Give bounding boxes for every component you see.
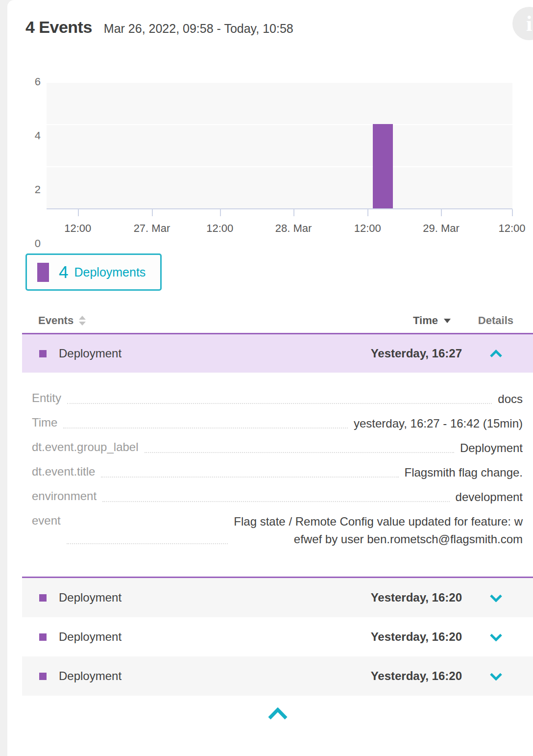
y-axis-tick: 6 [16,76,41,88]
table-row-deployment[interactable]: Deployment Yesterday, 16:20 [22,578,533,617]
x-axis-label: 12:00 [354,222,381,235]
detail-label: event [32,513,61,548]
timeframe-label: Mar 26, 2022, 09:58 - Today, 10:58 [104,22,293,36]
dotted-leader [67,543,228,544]
detail-row: environment development [32,488,523,506]
detail-value: Flag state / Remote Config value updated… [234,513,523,548]
detail-value: yesterday, 16:27 - 16:42 (15min) [354,415,523,432]
events-table: Events Time Details Deployment Yesterday… [7,308,533,722]
event-time-label: Yesterday, 16:20 [371,630,462,644]
deployment-event-icon [39,633,47,641]
detail-label: Entity [32,390,61,408]
table-footer [22,707,533,722]
y-axis-tick: 0 [16,237,41,250]
dotted-leader [101,477,398,478]
detail-value: docs [498,390,523,408]
table-row-deployment[interactable]: Deployment Yesterday, 16:20 [22,617,533,656]
legend-label: Deployments [74,265,145,279]
x-axis-label: 28. Mar [275,222,312,235]
x-axis-tick-mark [512,209,513,216]
x-axis-tick-mark [152,209,153,216]
x-axis-tick-mark [220,209,221,216]
detail-value: Deployment [460,439,523,457]
detail-row: event Flag state / Remote Config value u… [32,513,523,548]
detail-label: dt.event.title [32,464,95,481]
chart-plot-area [47,82,512,209]
collapse-panel-chevron-up-icon[interactable] [267,707,289,720]
panel-header: 4 Events Mar 26, 2022, 09:58 - Today, 10… [7,0,533,37]
x-axis-tick-mark [441,209,442,216]
detail-row: Time yesterday, 16:27 - 16:42 (15min) [32,415,523,432]
deployment-event-icon [39,673,47,680]
column-header-events[interactable]: Events [38,314,413,327]
detail-row: dt.event.title Flagsmith flag change. [32,464,523,481]
chevron-down-icon[interactable] [489,594,503,602]
legend-deployments-button[interactable]: 4 Deployments [25,253,162,291]
dotted-leader [63,428,347,428]
event-time-label: Yesterday, 16:27 [371,347,462,360]
x-axis-tick-mark [367,209,368,216]
detail-label: environment [32,488,97,506]
detail-value: Flagsmith flag change. [405,464,523,481]
dotted-leader [102,501,449,502]
events-column-label: Events [38,314,73,327]
gridline [47,124,512,125]
detail-label: dt.event.group_label [32,439,139,457]
x-axis-label: 12:00 [64,222,91,235]
event-time-label: Yesterday, 16:20 [371,669,462,683]
time-column-label: Time [413,314,438,327]
column-header-time[interactable]: Time [413,314,451,327]
table-rows: Deployment Yesterday, 16:27 Entity docs … [22,333,533,722]
event-type-label: Deployment [59,630,371,644]
x-axis-tick-mark [293,209,294,216]
chevron-down-icon[interactable] [489,672,503,680]
legend-count: 4 [59,262,68,282]
expanded-event-block: Deployment Yesterday, 16:27 Entity docs … [22,333,533,578]
sort-desc-icon [444,319,451,323]
detail-label: Time [32,415,57,432]
gridline [47,166,512,167]
dotted-leader [67,403,492,404]
event-type-label: Deployment [59,669,371,683]
event-details-panel: Entity docs Time yesterday, 16:27 - 16:4… [22,373,533,577]
x-axis-label: 12:00 [206,222,233,235]
y-axis-tick: 2 [16,183,41,196]
chevron-up-icon[interactable] [489,350,503,358]
event-type-label: Deployment [59,591,371,605]
y-axis-tick: 4 [16,129,41,142]
deployment-swatch [37,263,49,282]
events-chart: 6 4 2 0 12:00 27. Mar 12:00 28. Mar 12:0… [47,82,512,244]
x-axis-label: 12:00 [499,222,526,235]
x-axis-tick-mark [78,209,79,216]
x-axis-label: 29. Mar [423,222,460,235]
gridline [47,82,512,83]
table-row-deployment[interactable]: Deployment Yesterday, 16:20 [22,656,533,696]
event-time-label: Yesterday, 16:20 [371,591,462,605]
event-type-label: Deployment [59,347,371,360]
chevron-down-icon[interactable] [489,633,503,641]
events-panel: i 4 Events Mar 26, 2022, 09:58 - Today, … [7,0,533,756]
page-title: 4 Events [25,18,92,37]
detail-row: Entity docs [32,390,523,408]
column-header-details: Details [469,314,513,327]
dotted-leader [145,452,454,453]
deployment-event-icon [39,594,47,602]
detail-value: development [456,488,523,506]
table-row-deployment-expanded[interactable]: Deployment Yesterday, 16:27 [22,334,533,373]
detail-row: dt.event.group_label Deployment [32,439,523,457]
sort-icon [79,316,86,326]
chart-bar[interactable] [373,124,393,208]
deployment-event-icon [39,350,47,357]
table-header: Events Time Details [7,308,533,333]
x-axis-label: 27. Mar [134,222,170,235]
